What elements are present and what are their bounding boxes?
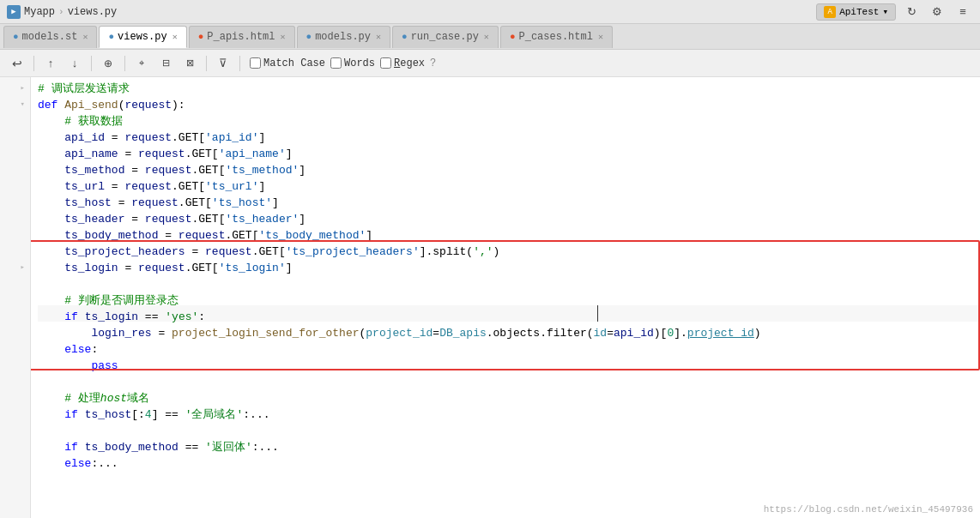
match-case-option[interactable]: Match Case [250,57,325,69]
settings-button[interactable]: ⚙ [927,2,947,22]
line-num-12: ▸ [0,260,30,276]
line-num-5 [0,146,30,162]
line-num-2: ▾ [0,97,30,113]
code-line-4[interactable]: api_id = request.GET['api_id'] [38,130,980,146]
regex-checkbox[interactable] [380,57,391,69]
code-line-20[interactable]: # 处理host域名 [38,390,980,407]
code-line-2[interactable]: def Api_send(request): [38,97,980,113]
back-button[interactable]: ↩ [7,53,27,74]
tab-models-py[interactable]: ● models.py ✕ [297,26,390,48]
api-test-dropdown[interactable]: A ApiTest ▾ [816,3,896,21]
tab-models-st[interactable]: ● models.st ✕ [3,26,97,48]
tab-close-run-case-py[interactable]: ✕ [484,32,489,42]
line-num-6 [0,162,30,178]
line-numbers: ▸ ▾ ▸ [0,77,31,518]
line-num-4 [0,130,30,146]
btn-b[interactable]: ⊟ [155,53,176,74]
code-line-9[interactable]: ts_header = request.GET['ts_header'] [38,211,980,227]
tab-icon-papis-html: ● [198,32,204,42]
filter-button[interactable]: ⊽ [213,53,233,74]
tab-close-models-py[interactable]: ✕ [376,32,381,42]
words-option[interactable]: Words [330,57,375,69]
api-test-label: ApiTest [839,7,879,17]
code-line-19[interactable] [38,374,980,390]
navigate-down-button[interactable]: ↓ [64,53,85,74]
separator-3 [124,56,125,71]
code-line-17[interactable]: else: [38,341,980,358]
tab-icon-views-py: ● [108,32,114,42]
line-num-8 [0,195,30,211]
line-num-16 [0,325,30,341]
tab-close-models-st[interactable]: ✕ [82,32,88,42]
btn-a[interactable]: ⌖ [131,53,152,74]
tab-label-models-py: models.py [315,31,371,43]
tab-close-views-py[interactable]: ✕ [172,32,178,42]
code-editor: ▸ ▾ ▸ # 调试层发送请求 def Api_send(request): [0,77,980,518]
api-test-icon: A [824,6,836,18]
breadcrumb: ▶ Myapp › views.py [7,5,117,19]
tab-icon-models-py: ● [306,32,312,42]
btn-c[interactable]: ⊠ [179,53,200,74]
code-line-24[interactable]: else:... [38,455,980,472]
regex-option[interactable]: Regex [380,57,425,69]
more-button[interactable]: ≡ [953,2,973,22]
find-toolbar: ↩ ↑ ↓ ⊕ ⌖ ⊟ ⊠ ⊽ Match Case Words Regex ? [0,50,980,77]
code-line-6[interactable]: ts_method = request.GET['ts_method'] [38,162,980,178]
search-options: Match Case Words Regex ? [250,57,436,69]
line-num-10 [0,227,30,244]
line-num-20 [0,390,30,407]
line-num-18 [0,358,30,374]
help-button[interactable]: ? [430,57,436,69]
match-case-label: Match Case [263,57,325,69]
code-line-8[interactable]: ts_host = request.GET['ts_host'] [38,195,980,211]
tab-close-papis-html[interactable]: ✕ [281,32,286,42]
navigate-up-button[interactable]: ↑ [40,53,61,74]
line-num-23 [0,439,30,455]
tab-label-papis-html: P_apis.html [207,31,275,43]
code-line-5[interactable]: api_name = request.GET['api_name'] [38,146,980,162]
code-line-15[interactable]: if ts_login == 'yes': [38,309,980,325]
code-line-22[interactable] [38,423,980,439]
code-line-23[interactable]: if ts_body_method == '返回体':... [38,439,980,455]
tab-run-case-py[interactable]: ● run_case.py ✕ [392,26,499,48]
separator-1 [33,56,34,71]
line-num-21 [0,407,30,423]
line-num-14 [0,292,30,309]
tab-icon-models-st: ● [13,32,19,42]
code-content[interactable]: # 调试层发送请求 def Api_send(request): # 获取数据 … [31,77,980,518]
words-checkbox[interactable] [330,57,342,69]
breadcrumb-file: views.py [68,6,118,18]
code-line-1[interactable]: # 调试层发送请求 [38,81,980,97]
code-line-16[interactable]: login_res = project_login_send_for_other… [38,325,980,341]
line-num-13 [0,276,30,292]
code-line-11[interactable]: ts_project_headers = request.GET['ts_pro… [38,244,980,260]
line-num-3 [0,113,30,130]
title-bar-actions: A ApiTest ▾ ↻ ⚙ ≡ [816,2,973,22]
code-line-10[interactable]: ts_body_method = request.GET['ts_body_me… [38,227,980,244]
breadcrumb-app: Myapp [24,6,55,18]
tab-close-pcases-html[interactable]: ✕ [598,32,603,42]
tab-pcases-html[interactable]: ● P_cases.html ✕ [500,26,613,48]
line-num-7 [0,178,30,195]
tab-views-py[interactable]: ● views.py ✕ [99,26,186,48]
line-num-1: ▸ [0,81,30,97]
tab-icon-run-case-py: ● [402,32,408,42]
tab-label-pcases-html: P_cases.html [518,31,592,43]
bookmark-button[interactable]: ⊕ [98,53,118,74]
match-case-checkbox[interactable] [250,57,261,69]
tab-label-views-py: views.py [118,31,167,43]
separator-4 [206,56,207,71]
code-line-12[interactable]: ts_login = request.GET['ts_login'] [38,260,980,276]
code-line-14[interactable]: # 判断是否调用登录态 [38,292,980,309]
line-num-22 [0,423,30,439]
code-line-7[interactable]: ts_url = request.GET['ts_url'] [38,178,980,195]
tab-icon-pcases-html: ● [510,32,516,42]
line-num-15 [0,309,30,325]
code-line-21[interactable]: if ts_host[:4] == '全局域名':... [38,407,980,423]
tab-papis-html[interactable]: ● P_apis.html ✕ [189,26,295,48]
code-line-3[interactable]: # 获取数据 [38,113,980,130]
refresh-button[interactable]: ↻ [901,2,922,22]
code-line-18[interactable]: pass [38,358,980,374]
line-num-17 [0,341,30,358]
code-line-13[interactable] [38,276,980,292]
